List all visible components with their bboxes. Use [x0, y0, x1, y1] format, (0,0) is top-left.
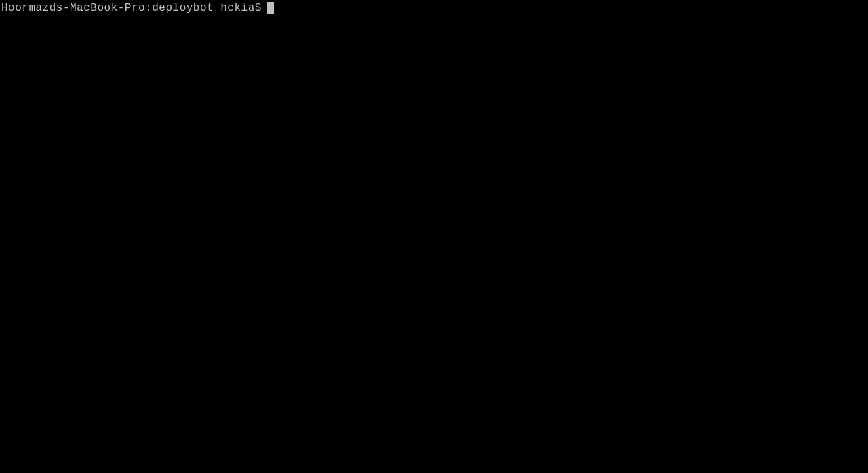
- terminal-window[interactable]: Hoormazds-MacBook-Pro:deploybot hckia$: [0, 0, 868, 473]
- prompt-line: Hoormazds-MacBook-Pro:deploybot hckia$: [1, 1, 868, 15]
- cursor-block: [267, 2, 274, 14]
- shell-prompt: Hoormazds-MacBook-Pro:deploybot hckia$: [1, 1, 262, 15]
